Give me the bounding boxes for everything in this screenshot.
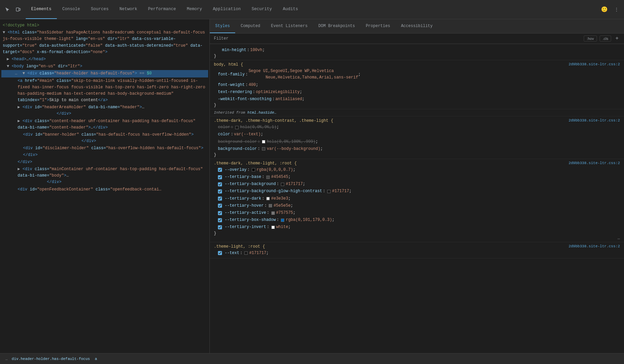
check-tertiary-base[interactable] xyxy=(218,175,222,179)
css-rule-minheight: min-height : 100vh ; } xyxy=(210,45,624,60)
device-icon[interactable] xyxy=(14,5,23,14)
color-swatch-body-bg[interactable] xyxy=(262,147,265,151)
prop-tertiary-invert: --tertiary-invert : white ; xyxy=(210,224,624,231)
rule-header-body-html: body, html { 2d9bb338.site-ltr.css:2 xyxy=(210,62,624,68)
div-banner-holder[interactable]: <div id="banner-holder" class="has-defau… xyxy=(1,131,208,145)
filter-actions: :hov .cls + xyxy=(584,36,620,42)
div-header-holder[interactable]: … ▼ <div class="header-holder has-defaul… xyxy=(1,70,208,77)
tab-security[interactable]: Security xyxy=(246,0,277,19)
smiley-icon[interactable]: 🙂 xyxy=(600,5,609,14)
html-open[interactable]: ▼ <html class="hasSidebar hasPageActions… xyxy=(1,29,208,56)
svg-rect-0 xyxy=(16,8,19,11)
tab-audits[interactable]: Audits xyxy=(277,0,304,19)
source-theme-light[interactable]: 2d9bb338.site-ltr.css:2 xyxy=(569,244,620,248)
color-swatch-tertiary-active[interactable] xyxy=(271,211,275,215)
tab-accessibility[interactable]: Accessibility xyxy=(396,19,438,33)
check-tertiary-shadow[interactable] xyxy=(218,218,222,222)
source-body-html[interactable]: 2d9bb338.site-ltr.css:2 xyxy=(569,62,620,66)
styles-content[interactable]: min-height : 100vh ; } body, html { 2d9b… xyxy=(210,44,624,353)
selector-body-html: body, html { xyxy=(214,62,243,67)
selector-root: .theme-dark, .theme-light, :root { xyxy=(214,161,297,166)
css-prop-font-weight: font-weight : 400 ; xyxy=(210,82,624,89)
add-rule-button[interactable]: + xyxy=(614,36,620,42)
tab-properties[interactable]: Properties xyxy=(360,19,396,33)
cls-button[interactable]: .cls xyxy=(600,36,611,42)
doctype-line: <!doctype html> xyxy=(1,22,208,29)
color-swatch-tertiary-bg[interactable] xyxy=(281,183,284,186)
prop-name-minheight: min-height xyxy=(222,47,246,53)
prop-tertiary-hover: --tertiary-hover : #5e5e5e ; xyxy=(210,202,624,209)
close-indent3: </div> xyxy=(1,159,208,166)
rule-header-theme-dark: .theme-dark, .theme-high-contrast, .them… xyxy=(210,118,624,124)
div-disclaimer-holder[interactable]: <div id="disclaimer-holder" class="has-o… xyxy=(1,145,208,158)
prop-tertiary-box-shadow: --tertiary-box-shadow : rgba(0,101,179,0… xyxy=(210,217,624,224)
css-prop-webkit-smoothing: -webkit-font-smoothing : antialiased ; xyxy=(210,96,624,103)
color-swatch-tertiary-dark[interactable] xyxy=(266,197,270,200)
more-props-indicator: … xyxy=(210,236,624,241)
cursor-icon[interactable] xyxy=(3,5,12,14)
div-feedback-container[interactable]: <div id="openFeedbackContainer" class="o… xyxy=(1,186,208,193)
tab-dom-breakpoints[interactable]: DOM Breakpoints xyxy=(313,19,360,33)
check-tertiary-active[interactable] xyxy=(218,211,222,215)
tab-console[interactable]: Console xyxy=(57,0,86,19)
check-tertiary-bg-glow[interactable] xyxy=(218,189,222,194)
check-text[interactable] xyxy=(218,251,222,255)
check-tertiary-hover[interactable] xyxy=(218,204,222,208)
color-swatch-white[interactable] xyxy=(262,140,265,143)
tab-application[interactable]: Application xyxy=(207,0,246,19)
prop-tertiary-bg-glow: --tertiary-background-glow-high-contrast… xyxy=(210,188,624,195)
color-swatch-text[interactable] xyxy=(244,251,248,255)
selector-theme-light: .theme-light, :root { xyxy=(214,244,265,249)
main-toolbar: Elements Console Sources Network Perform… xyxy=(0,0,624,19)
tab-styles[interactable]: Styles xyxy=(210,19,235,33)
div-main-container[interactable]: ▶ <div class="mainContainer uhf-containe… xyxy=(1,166,208,186)
source-root[interactable]: 2d9bb338.site-ltr.css:2 xyxy=(569,161,620,165)
css-prop-minheight: min-height : 100vh ; xyxy=(210,47,624,54)
div-header-area[interactable]: ▶ <div id="headerAreaHolder" data-bi-nam… xyxy=(1,104,208,117)
head-line[interactable]: ▶ <head>…</head> xyxy=(1,56,208,63)
tab-computed[interactable]: Computed xyxy=(235,19,266,33)
check-tertiary-invert[interactable] xyxy=(218,225,222,229)
tab-memory[interactable]: Memory xyxy=(181,0,207,19)
css-prop-text-rendering: text-rendering : optimizeLegibility ; xyxy=(210,89,624,96)
more-options-icon[interactable]: ⋮ xyxy=(612,5,621,14)
source-theme[interactable]: 2d9bb338.site-ltr.css:2 xyxy=(569,118,620,122)
div-content-header[interactable]: ▶ <div class="content-header uhf-contain… xyxy=(1,118,208,131)
prop-overlay: --overlay : rgba(0,0,0,0.7) ; xyxy=(210,166,624,174)
prop-tertiary-dark: --tertiary-dark : #e3e3e3 ; xyxy=(210,195,624,202)
css-prop-font-family: font-family : Segoe UI,SegoeUI,Segoe WP,… xyxy=(210,68,624,81)
prop-tertiary-active: --tertiary-active : #757575 ; xyxy=(210,209,624,217)
elements-panel: <!doctype html> ▼ <html class="hasSideba… xyxy=(0,19,210,353)
filter-bar: Filter :hov .cls + xyxy=(210,33,624,44)
css-prop-color-strikethrough: color : hsla(0,0%,9%,1) ; xyxy=(210,124,624,131)
inherited-from-html: Inherited from html.hasSide… xyxy=(210,109,624,116)
color-swatch-overlay[interactable] xyxy=(252,168,255,172)
tab-elements[interactable]: Elements xyxy=(26,0,57,19)
tab-network[interactable]: Network xyxy=(114,0,143,19)
styles-tabs: Styles Computed Event Listeners DOM Brea… xyxy=(210,19,624,33)
hov-button[interactable]: :hov xyxy=(584,36,597,42)
filter-input[interactable] xyxy=(231,36,581,41)
check-tertiary-dark[interactable] xyxy=(218,197,222,201)
color-swatch-tertiary-shadow[interactable] xyxy=(281,219,284,222)
toolbar-icons xyxy=(3,5,23,14)
color-swatch-tertiary-invert[interactable] xyxy=(271,226,275,229)
breadcrumb-separator xyxy=(91,357,94,361)
tab-performance[interactable]: Performance xyxy=(143,0,182,19)
breadcrumb-dots: … xyxy=(3,357,10,361)
check-tertiary-bg[interactable] xyxy=(218,182,222,186)
prop-text: --text : #171717 ; xyxy=(210,250,624,257)
tab-sources[interactable]: Sources xyxy=(86,0,114,19)
color-swatch-dark[interactable] xyxy=(235,126,239,129)
elements-content[interactable]: <!doctype html> ▼ <html class="hasSideba… xyxy=(0,19,209,353)
a-skip-link[interactable]: <a href="#main" class="skip-to-main-link… xyxy=(1,77,208,104)
breadcrumb-a[interactable]: a xyxy=(95,357,97,361)
color-swatch-tertiary-hover[interactable] xyxy=(269,204,272,207)
color-swatch-tertiary-glow[interactable] xyxy=(327,190,331,193)
tab-event-listeners[interactable]: Event Listeners xyxy=(266,19,313,33)
check-overlay[interactable] xyxy=(218,168,222,172)
body-open[interactable]: ▼ <body lang="en-us" dir="ltr"> xyxy=(1,63,208,70)
color-swatch-tertiary-base[interactable] xyxy=(266,176,270,179)
close-brace: } xyxy=(210,54,624,59)
breadcrumb-div[interactable]: div.header-holder.has-default-focus xyxy=(12,357,90,361)
